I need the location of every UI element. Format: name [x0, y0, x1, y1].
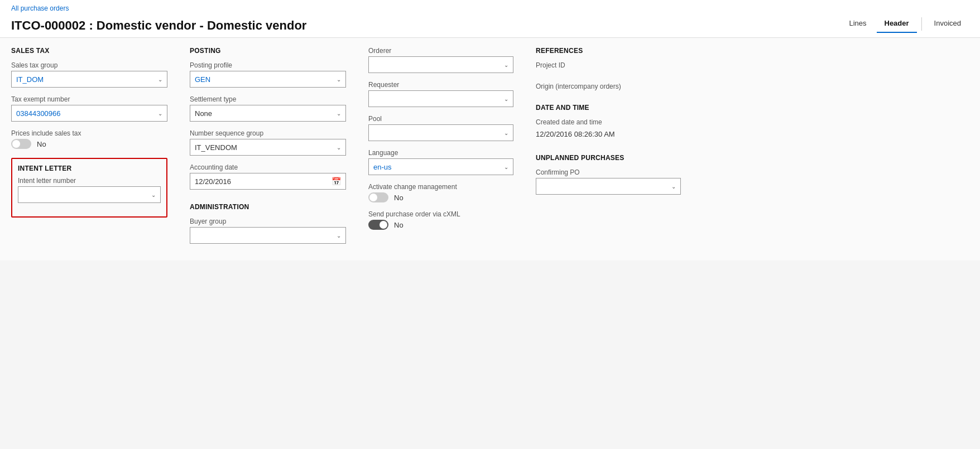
- unplanned-purchases-section: UNPLANNED PURCHASES Confirming PO ⌄: [536, 154, 681, 195]
- settlement-type-chevron: ⌄: [337, 110, 341, 117]
- orderer-chevron: ⌄: [504, 62, 508, 68]
- tax-exempt-label: Tax exempt number: [11, 95, 167, 103]
- prices-include-toggle-row: No: [11, 139, 167, 149]
- pool-label: Pool: [368, 115, 513, 123]
- activate-change-toggle-label: No: [394, 194, 403, 202]
- breadcrumb[interactable]: All purchase orders: [11, 4, 969, 12]
- orderer-field: Orderer ⌄: [368, 47, 513, 73]
- language-chevron: ⌄: [504, 164, 508, 170]
- tax-exempt-chevron: ⌄: [158, 110, 162, 117]
- tax-exempt-field: Tax exempt number 03844300966 ⌄: [11, 95, 167, 122]
- date-and-time-section: DATE AND TIME Created date and time 12/2…: [536, 104, 681, 141]
- created-date-value: 12/20/2016 08:26:30 AM: [536, 128, 681, 141]
- intent-letter-number-label: Intent letter number: [18, 177, 161, 185]
- administration-section: ADMINISTRATION Buyer group ⌄: [190, 203, 346, 244]
- number-sequence-group-chevron: ⌄: [337, 144, 341, 151]
- send-po-cxml-label: Send purchase order via cXML: [368, 210, 513, 218]
- references-column: REFERENCES Project ID Origin (intercompa…: [536, 47, 681, 252]
- confirming-po-field: Confirming PO ⌄: [536, 168, 681, 195]
- intent-letter-title: INTENT LETTER: [18, 165, 161, 172]
- tab-invoiced[interactable]: Invoiced: [926, 15, 969, 33]
- pool-select[interactable]: ⌄: [368, 124, 513, 141]
- settlement-type-label: Settlement type: [190, 95, 346, 103]
- number-sequence-group-value: IT_VENDOM: [195, 143, 337, 152]
- intent-letter-box: INTENT LETTER Intent letter number ⌄: [11, 158, 167, 218]
- sales-tax-column: SALES TAX Sales tax group IT_DOM ⌄ Tax e…: [11, 47, 167, 252]
- intent-letter-chevron: ⌄: [151, 192, 156, 198]
- tax-exempt-value: 03844300966: [16, 109, 158, 118]
- middle-column: Orderer ⌄ Requester ⌄ Pool ⌄: [368, 47, 513, 252]
- activate-change-toggle[interactable]: [368, 192, 388, 202]
- project-id-label: Project ID: [536, 61, 681, 69]
- origin-intercompany-label: Origin (intercompany orders): [536, 83, 681, 90]
- language-select[interactable]: en-us ⌄: [368, 158, 513, 175]
- project-id-field: Project ID: [536, 61, 681, 69]
- language-value: en-us: [373, 163, 504, 171]
- sales-tax-group-select[interactable]: IT_DOM ⌄: [11, 71, 167, 88]
- send-po-cxml-toggle-label: No: [394, 221, 403, 229]
- activate-change-toggle-row: No: [368, 192, 513, 202]
- confirming-po-label: Confirming PO: [536, 168, 681, 176]
- activate-change-label: Activate change management: [368, 183, 513, 191]
- activate-change-knob: [369, 194, 377, 201]
- created-date-field: Created date and time 12/20/2016 08:26:3…: [536, 118, 681, 141]
- requester-select[interactable]: ⌄: [368, 90, 513, 107]
- prices-include-knob: [12, 140, 20, 148]
- accounting-date-input[interactable]: 12/20/2016 📅: [190, 173, 346, 190]
- orderer-label: Orderer: [368, 47, 513, 55]
- date-and-time-title: DATE AND TIME: [536, 104, 681, 112]
- settlement-type-field: Settlement type None ⌄: [190, 95, 346, 122]
- tab-header[interactable]: Header: [877, 15, 917, 33]
- origin-intercompany-field: Origin (intercompany orders): [536, 83, 681, 90]
- requester-field: Requester ⌄: [368, 81, 513, 107]
- number-sequence-group-label: Number sequence group: [190, 129, 346, 137]
- send-po-cxml-knob: [379, 221, 387, 229]
- posting-profile-value: GEN: [195, 75, 337, 84]
- accounting-date-value: 12/20/2016: [195, 177, 332, 186]
- accounting-date-label: Accounting date: [190, 163, 346, 171]
- tab-divider: [921, 17, 922, 31]
- confirming-po-select[interactable]: ⌄: [536, 178, 681, 195]
- tab-lines[interactable]: Lines: [841, 15, 874, 33]
- settlement-type-select[interactable]: None ⌄: [190, 105, 346, 122]
- posting-column: POSTING Posting profile GEN ⌄ Settlement…: [190, 47, 346, 252]
- posting-title: POSTING: [190, 47, 346, 55]
- sales-tax-group-field: Sales tax group IT_DOM ⌄: [11, 61, 167, 88]
- number-sequence-group-field: Number sequence group IT_VENDOM ⌄: [190, 129, 346, 156]
- buyer-group-select[interactable]: ⌄: [190, 227, 346, 244]
- created-date-label: Created date and time: [536, 118, 681, 126]
- orderer-select[interactable]: ⌄: [368, 56, 513, 73]
- posting-profile-label: Posting profile: [190, 61, 346, 69]
- posting-profile-select[interactable]: GEN ⌄: [190, 71, 346, 88]
- tax-exempt-select[interactable]: 03844300966 ⌄: [11, 105, 167, 122]
- intent-letter-number-field: Intent letter number ⌄: [18, 177, 161, 203]
- pool-chevron: ⌄: [504, 130, 508, 136]
- buyer-group-label: Buyer group: [190, 218, 346, 225]
- unplanned-purchases-title: UNPLANNED PURCHASES: [536, 154, 681, 162]
- posting-profile-chevron: ⌄: [337, 76, 341, 83]
- language-label: Language: [368, 149, 513, 157]
- sales-tax-group-chevron: ⌄: [158, 76, 162, 83]
- page-title: ITCO-000002 : Domestic vendor - Domestic…: [11, 18, 306, 33]
- sales-tax-group-label: Sales tax group: [11, 61, 167, 69]
- accounting-date-field: Accounting date 12/20/2016 📅: [190, 163, 346, 190]
- send-po-cxml-toggle[interactable]: [368, 220, 388, 230]
- prices-include-label: Prices include sales tax: [11, 129, 167, 137]
- send-po-cxml-toggle-row: No: [368, 220, 513, 230]
- language-field: Language en-us ⌄: [368, 149, 513, 175]
- calendar-icon: 📅: [332, 177, 341, 186]
- requester-chevron: ⌄: [504, 96, 508, 102]
- administration-title: ADMINISTRATION: [190, 203, 346, 211]
- buyer-group-field: Buyer group ⌄: [190, 218, 346, 244]
- confirming-po-chevron: ⌄: [671, 184, 676, 190]
- settlement-type-value: None: [195, 109, 337, 118]
- prices-include-toggle[interactable]: [11, 139, 31, 149]
- intent-letter-number-select[interactable]: ⌄: [18, 186, 161, 203]
- sales-tax-title: SALES TAX: [11, 47, 167, 55]
- sales-tax-group-value: IT_DOM: [16, 75, 158, 84]
- number-sequence-group-select[interactable]: IT_VENDOM ⌄: [190, 139, 346, 156]
- requester-label: Requester: [368, 81, 513, 89]
- buyer-group-chevron: ⌄: [337, 233, 341, 239]
- posting-profile-field: Posting profile GEN ⌄: [190, 61, 346, 88]
- prices-include-toggle-label: No: [37, 140, 46, 148]
